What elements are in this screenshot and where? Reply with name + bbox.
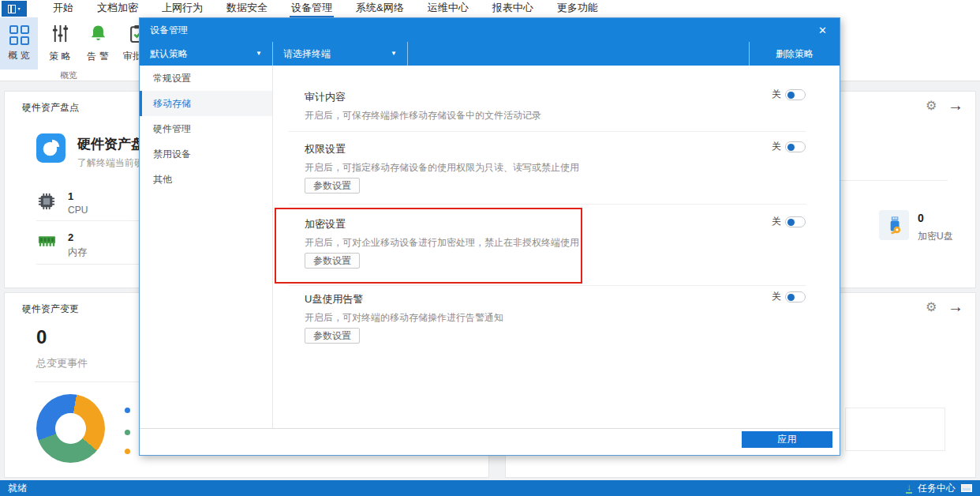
legend-dot-green (125, 430, 130, 435)
cpu-label: CPU (68, 205, 88, 216)
setting-title-permission: 权限设置 (305, 142, 346, 156)
menu-item-system-network[interactable]: 系统&网络 (344, 0, 416, 17)
memory-label: 内存 (68, 246, 87, 259)
policy-dropdown-value: 默认策略 (150, 47, 188, 61)
gear-icon[interactable]: ⚙ (926, 301, 937, 314)
toggle-usb-alert[interactable]: 关 (772, 290, 806, 303)
caret-down-icon: ▾ (17, 6, 20, 11)
card-header: 硬件资产盘点 (22, 101, 79, 115)
grid-icon (9, 25, 29, 45)
menu-item-start[interactable]: 开始 (41, 0, 85, 17)
sidebar-item-removable-storage[interactable]: 移动存储 (140, 91, 272, 116)
ribbon-policy-button[interactable]: 策 略 (41, 17, 79, 70)
caret-down-icon: ▼ (391, 51, 397, 57)
ribbon-group-label: 概览 (60, 70, 77, 81)
monitor-icon[interactable] (961, 484, 972, 492)
sliders-icon (50, 24, 70, 46)
cpu-icon (38, 193, 55, 213)
total-change-label: 总变更事件 (36, 356, 88, 370)
dialog-filter-bar: 默认策略 ▼ 请选择终端 ▼ 删除策略 (140, 42, 840, 66)
setting-desc-encryption: 开启后，可对企业移动设备进行加密处理，禁止在非授权终端使用 (305, 236, 579, 250)
usb-key-icon (879, 210, 909, 240)
terminal-dropdown[interactable]: 请选择终端 ▼ (273, 42, 408, 66)
task-center-link[interactable]: 任务中心 (918, 482, 956, 495)
menu-item-more[interactable]: 更多功能 (545, 0, 610, 17)
terminal-dropdown-value: 请选择终端 (283, 47, 331, 61)
encrypted-usb-label: 加密U盘 (918, 230, 953, 243)
arrow-right-icon[interactable]: → (948, 97, 963, 113)
device-management-dialog: 设备管理 ✕ 默认策略 ▼ 请选择终端 ▼ 删除策略 常规设置 移动存储 硬件管… (139, 17, 840, 456)
menu-item-device-mgmt[interactable]: 设备管理 (279, 0, 344, 17)
main-menu: 开始 文档加密 上网行为 数据安全 设备管理 系统&网络 运维中心 报表中心 更… (41, 0, 610, 17)
toggle-switch[interactable] (785, 291, 806, 302)
toggle-encryption[interactable]: 关 (772, 215, 806, 228)
menu-bar: ▾ 开始 文档加密 上网行为 数据安全 设备管理 系统&网络 运维中心 报表中心… (0, 0, 980, 17)
menu-item-web-behavior[interactable]: 上网行为 (150, 0, 215, 17)
total-change-value: 0 (36, 326, 47, 348)
setting-desc-permission: 开启后，可指定移动存储设备的使用权限为只读、读写或禁止使用 (305, 161, 579, 175)
legend-dot-blue (125, 408, 130, 413)
toggle-state-label: 关 (772, 290, 781, 303)
app-menu-button[interactable]: ▾ (2, 1, 27, 17)
card-header: 硬件资产变更 (22, 302, 79, 316)
toggle-state-label: 关 (772, 215, 781, 228)
download-icon[interactable]: ↓ (906, 483, 912, 494)
dialog-title: 设备管理 (150, 24, 188, 37)
delete-policy-button[interactable]: 删除策略 (750, 42, 840, 66)
setting-desc-usb-alert: 开启后，可对终端的移动存储操作进行告警通知 (305, 311, 503, 325)
ribbon-alert-label: 告 警 (87, 50, 108, 63)
dialog-sidebar: 常规设置 移动存储 硬件管理 禁用设备 其他 (140, 66, 273, 428)
setting-desc-audit: 开启后，可保存终端操作移动存储设备中的文件活动记录 (305, 109, 541, 122)
empty-panel (845, 408, 945, 451)
toggle-switch[interactable] (785, 141, 806, 152)
menu-item-ops-center[interactable]: 运维中心 (416, 0, 481, 17)
dialog-footer: 应用 (140, 428, 840, 455)
setting-title-encryption: 加密设置 (305, 217, 346, 231)
encrypted-usb-count: 0 (918, 212, 924, 224)
sidebar-item-hardware-mgmt[interactable]: 硬件管理 (140, 116, 272, 141)
caret-down-icon: ▼ (256, 51, 262, 57)
gear-icon[interactable]: ⚙ (926, 100, 937, 112)
params-button-usb-alert[interactable]: 参数设置 (305, 328, 360, 344)
filter-bar-spacer (408, 42, 750, 66)
dialog-title-bar: 设备管理 ✕ (140, 18, 840, 42)
toggle-permission[interactable]: 关 (772, 140, 806, 153)
policy-dropdown[interactable]: 默认策略 ▼ (140, 42, 273, 66)
params-button-permission[interactable]: 参数设置 (305, 178, 360, 194)
toggle-switch[interactable] (785, 216, 806, 227)
ribbon-overview-button[interactable]: 概 览 (0, 17, 38, 70)
window-icon (8, 5, 16, 13)
toggle-audit[interactable]: 关 (772, 88, 806, 101)
menu-item-data-security[interactable]: 数据安全 (215, 0, 279, 17)
cpu-count: 1 (68, 190, 73, 202)
status-ready-text: 就绪 (8, 482, 27, 495)
legend-dot-orange (125, 449, 130, 454)
toggle-switch[interactable] (785, 89, 806, 100)
status-bar: 就绪 ↓ 任务中心 (0, 480, 980, 496)
sidebar-item-general[interactable]: 常规设置 (140, 66, 272, 91)
sidebar-item-disabled-devices[interactable]: 禁用设备 (140, 141, 272, 167)
apply-button[interactable]: 应用 (742, 431, 832, 448)
memory-icon (38, 235, 56, 250)
setting-title-audit: 审计内容 (305, 90, 346, 104)
dialog-body: 常规设置 移动存储 硬件管理 禁用设备 其他 审计内容 关 开启后，可保存终端操… (140, 66, 840, 428)
menu-item-doc-encrypt[interactable]: 文档加密 (85, 0, 150, 17)
menu-item-report-center[interactable]: 报表中心 (481, 0, 545, 17)
ribbon-policy-label: 策 略 (49, 50, 70, 63)
pie-chart-app-icon (36, 133, 65, 166)
settings-panel: 审计内容 关 开启后，可保存终端操作移动存储设备中的文件活动记录 权限设置 关 … (273, 66, 840, 428)
hardware-change-donut-chart (36, 394, 105, 463)
bell-icon (88, 24, 108, 46)
memory-count: 2 (68, 231, 73, 243)
close-icon[interactable]: ✕ (816, 24, 829, 36)
toggle-state-label: 关 (772, 88, 781, 101)
toggle-state-label: 关 (772, 140, 781, 153)
ribbon-alert-button[interactable]: 告 警 (79, 17, 117, 70)
arrow-right-icon[interactable]: → (948, 299, 963, 314)
params-button-encryption[interactable]: 参数设置 (305, 253, 360, 269)
setting-title-usb-alert: U盘使用告警 (305, 292, 363, 306)
ribbon-overview-label: 概 览 (8, 49, 29, 62)
sidebar-item-other[interactable]: 其他 (140, 167, 272, 192)
